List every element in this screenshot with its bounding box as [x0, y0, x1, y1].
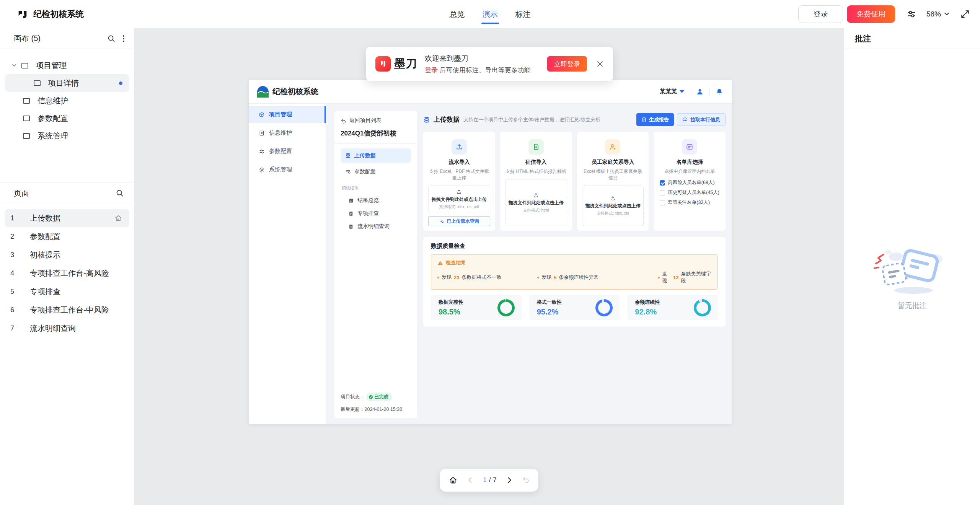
search-icon[interactable] [107, 34, 116, 43]
tree-item-parameter-config[interactable]: 参数配置 [5, 109, 129, 127]
empty-annotation-text: 暂无批注 [844, 301, 980, 311]
project-menu-parameter-config[interactable]: 参数配置 [341, 165, 411, 179]
page-row-upload-data[interactable]: 1 上传数据 [5, 209, 129, 227]
tree-item-info-maintenance[interactable]: 信息维护 [5, 92, 129, 109]
proto-nav-label: 参数配置 [269, 148, 292, 155]
tree-item-label: 系统管理 [38, 131, 68, 141]
banner-subtitle: 登录 后可使用标注、导出等更多功能 [425, 66, 531, 75]
checkbox[interactable] [660, 200, 665, 205]
checkbox[interactable] [660, 190, 665, 195]
zoom-control[interactable]: 58% [926, 10, 949, 18]
project-menu-special-check[interactable]: 专项排查 [341, 207, 411, 220]
upload-tile-icon [452, 139, 467, 155]
proto-nav-system-management[interactable]: 系统管理 [249, 161, 326, 178]
dropzone-formats: 支持格式: xlsx, xls, pdf [431, 204, 488, 210]
dropzone-text: 拖拽文件到此处或点击上传 [585, 203, 641, 209]
bell-icon[interactable] [716, 88, 723, 96]
close-icon[interactable] [596, 60, 604, 68]
metric-balance-continuity: 余额连续性 92.8% [627, 295, 718, 320]
topbar-actions: 登录 免费使用 58% [798, 0, 970, 28]
family-import-dropzone[interactable]: 拖拽文件到此处或点击上传 支持格式: xlsx, xls [582, 186, 644, 226]
canvas-panel-header: 画布 (5) [0, 28, 134, 49]
tune-icon [259, 148, 265, 155]
generate-report-button[interactable]: 生成报告 [636, 113, 674, 126]
card-family-relation-import: 员工家庭关系导入 Excel 模板上传员工家庭关系信息 拖拽文件到此处或点击上传… [577, 132, 649, 231]
credit-import-dropzone[interactable]: 拖拽文件到此处或点击上传 支持格式: html [505, 179, 567, 226]
current-canvas-dot [119, 81, 122, 85]
quality-metrics: 数据完整性 98.5% 格式一致性 95.2% [431, 295, 718, 320]
kebab-menu-icon[interactable] [122, 34, 125, 43]
project-status-row: 项目状态： 已完成 [341, 393, 411, 401]
proto-nav-project-management[interactable]: 项目管理 [249, 106, 326, 123]
next-page-icon[interactable] [505, 476, 513, 484]
option-regulator-watch-list[interactable]: 监管关注名单(32人) [660, 199, 719, 206]
restart-icon[interactable] [522, 476, 530, 484]
proto-user-menu[interactable]: 某某某 [660, 88, 684, 95]
uploaded-flow-query-button[interactable]: 已上传流水查询 [428, 216, 490, 226]
page-number: 3 [5, 251, 20, 259]
prev-page-icon[interactable] [466, 476, 474, 484]
project-menu-upload-data[interactable]: 上传数据 [341, 148, 411, 163]
prototype-frame: 纪检初核系统 某某某 [249, 80, 732, 424]
page-row-parameter-config[interactable]: 2 参数配置 [5, 227, 129, 246]
gear-icon [259, 167, 265, 173]
tab-overview[interactable]: 总览 [450, 0, 465, 28]
upload-cards: 流水导入 支持 Excel、PDF 格式文件批量上传 拖拽文件到此处或点击上传 … [423, 132, 726, 231]
proto-side-nav: 项目管理 信息维护 参数配置 [249, 104, 326, 424]
tree-item-system-management[interactable]: 系统管理 [5, 127, 129, 145]
free-use-button[interactable]: 免费使用 [847, 5, 895, 23]
frame-icon [23, 116, 30, 121]
document-list-icon [348, 211, 354, 217]
banner-login-link[interactable]: 登录 [425, 67, 438, 74]
page-row-review-hint[interactable]: 3 初核提示 [5, 246, 129, 264]
page-label: 专项排查工作台-高风险 [30, 268, 109, 279]
flow-import-dropzone[interactable]: 拖拽文件到此处或点击上传 支持格式: xlsx, xls, pdf [428, 186, 490, 213]
page-row-special-check[interactable]: 5 专项排查 [5, 282, 129, 301]
checkbox[interactable] [660, 180, 665, 186]
page-row-flow-detail[interactable]: 7 流水明细查询 [5, 319, 129, 337]
page-list: 1 上传数据 2 参数配置 3 初核提示 4 专项排查工作台-高风险 5 专项排… [0, 204, 134, 342]
proto-nav-parameter-config[interactable]: 参数配置 [249, 143, 326, 160]
metric-label: 格式一致性 [537, 299, 562, 306]
tree-item-project-detail[interactable]: 项目详情 [5, 74, 129, 92]
divider [334, 143, 417, 144]
login-button[interactable]: 登录 [798, 5, 843, 23]
donut-chart [595, 299, 613, 316]
upload-icon [456, 189, 462, 195]
card-title: 员工家庭关系导入 [582, 159, 644, 166]
bullet-dot [437, 277, 439, 279]
proto-user-name: 某某某 [660, 88, 677, 95]
tab-present[interactable]: 演示 [483, 0, 498, 28]
report-doc-icon [641, 117, 647, 122]
settings-tune-icon[interactable] [907, 9, 916, 19]
fetch-bank-info-label: 拉取本行信息 [690, 116, 720, 123]
search-icon[interactable] [116, 189, 124, 197]
cloud-download-icon [682, 117, 688, 122]
chevron-down-icon[interactable] [11, 63, 17, 68]
credit-tile-icon [528, 139, 544, 155]
option-high-risk-list[interactable]: 高风险人员名单(68人) [660, 179, 719, 186]
data-quality-section: 数据质量检查 检查结果 [423, 237, 726, 327]
fullscreen-icon[interactable] [960, 9, 970, 19]
presentation-canvas[interactable]: 墨刀 欢迎来到墨刀 登录 后可使用标注、导出等更多功能 立即登录 纪检初核系统 [134, 28, 844, 505]
project-menu-flow-detail-query[interactable]: 流水明细查询 [341, 220, 411, 233]
tree-item-label: 参数配置 [38, 113, 68, 124]
fetch-bank-info-button[interactable]: 拉取本行信息 [677, 113, 726, 126]
page-label: 流水明细查询 [30, 323, 76, 334]
tab-annotate[interactable]: 标注 [515, 0, 531, 28]
quality-title: 数据质量检查 [431, 243, 718, 250]
cube-icon [259, 112, 265, 118]
banner-title: 欢迎来到墨刀 [425, 54, 531, 64]
page-row-workbench-mid-risk[interactable]: 6 专项排查工作台-中风险 [5, 301, 129, 319]
user-icon[interactable] [696, 88, 704, 96]
option-history-suspect-list[interactable]: 历史可疑人员名单(45人) [660, 189, 719, 196]
home-icon[interactable] [448, 476, 458, 485]
banner-login-now-button[interactable]: 立即登录 [547, 56, 587, 72]
proto-nav-info-maintenance[interactable]: 信息维护 [249, 124, 326, 142]
tree-item-project-management[interactable]: 项目管理 [5, 57, 129, 74]
topbar: 纪检初核系统 总览 演示 标注 登录 免费使用 58% [0, 0, 980, 28]
project-menu-result-overview[interactable]: 结果总览 [341, 194, 411, 207]
back-to-project-list[interactable]: 返回项目列表 [341, 117, 411, 124]
donut-chart [497, 299, 515, 316]
page-row-workbench-high-risk[interactable]: 4 专项排查工作台-高风险 [5, 264, 129, 282]
